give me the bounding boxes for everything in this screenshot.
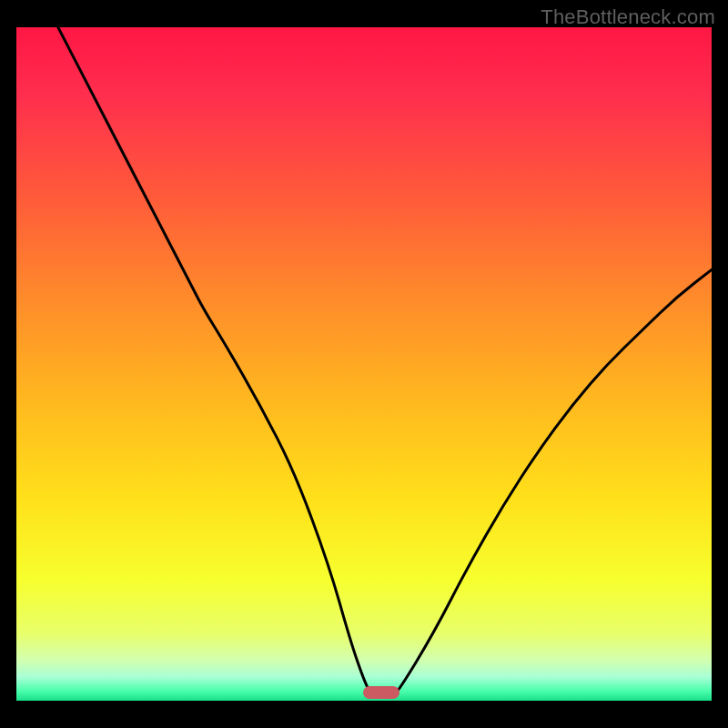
bottleneck-chart [16,27,712,701]
optimal-marker [363,686,399,699]
chart-svg [16,27,712,701]
watermark-text: TheBottleneck.com [541,5,715,29]
